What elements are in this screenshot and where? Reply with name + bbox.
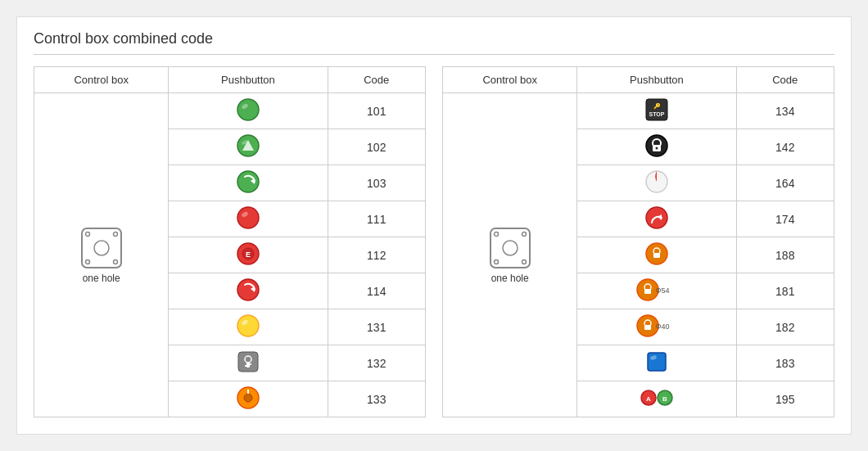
code-cell: 142 (736, 129, 834, 165)
button-icon: Φ40 (636, 314, 677, 337)
code-cell: 132 (328, 345, 426, 381)
svg-rect-30 (491, 228, 530, 268)
svg-rect-58 (648, 353, 666, 371)
code-cell: 134 (736, 93, 834, 129)
button-icon (237, 206, 260, 229)
code-cell: 182 (736, 309, 834, 345)
svg-point-28 (244, 394, 252, 402)
pushbutton-cell (169, 165, 328, 201)
code-cell: 102 (328, 129, 426, 165)
button-icon (237, 170, 260, 193)
svg-point-42 (655, 147, 658, 150)
control-box-cell: one hole (443, 93, 577, 417)
button-icon (645, 206, 668, 229)
left-table-section: Control box Pushbutton Code one hole 101 (34, 66, 426, 417)
pushbutton-cell (169, 129, 328, 165)
svg-rect-56 (644, 325, 651, 330)
pushbutton-cell (169, 345, 328, 381)
svg-text:B: B (662, 395, 667, 403)
svg-point-32 (494, 232, 498, 236)
button-icon: E (237, 242, 260, 265)
svg-text:Φ54: Φ54 (655, 286, 669, 295)
control-box-label: one hole (491, 273, 529, 284)
button-icon (237, 134, 260, 157)
right-table-section: Control box Pushbutton Code one hole 🔑 S… (442, 66, 834, 417)
button-icon (237, 350, 260, 373)
pushbutton-cell (577, 237, 736, 273)
code-cell: 103 (328, 165, 426, 201)
control-box-cell: one hole (34, 93, 169, 417)
button-icon (645, 170, 668, 193)
svg-point-6 (237, 99, 259, 120)
svg-text:E: E (246, 250, 251, 259)
svg-point-31 (503, 241, 518, 255)
svg-text:STOP: STOP (649, 111, 664, 117)
right-header-controlbox: Control box (443, 67, 577, 93)
pushbutton-cell (169, 93, 328, 129)
code-cell: 188 (736, 237, 834, 273)
table-row: one hole 101 (34, 93, 426, 129)
svg-text:Φ40: Φ40 (655, 322, 669, 331)
svg-point-4 (85, 259, 89, 264)
page-container: Control box combined code Control box Pu… (16, 16, 852, 435)
button-icon (645, 350, 668, 373)
svg-point-1 (94, 241, 109, 255)
pushbutton-cell (169, 273, 328, 309)
svg-rect-26 (249, 363, 251, 365)
svg-point-35 (522, 259, 526, 264)
control-box-label: one hole (83, 273, 120, 284)
svg-point-33 (522, 232, 526, 236)
tables-wrapper: Control box Pushbutton Code one hole 101 (34, 66, 834, 417)
code-cell: 131 (328, 309, 426, 345)
svg-rect-52 (644, 289, 651, 294)
svg-point-34 (494, 259, 498, 264)
left-header-controlbox: Control box (34, 67, 169, 93)
button-icon (645, 134, 668, 157)
button-icon: A B (640, 386, 673, 409)
pushbutton-cell (577, 129, 736, 165)
pushbutton-cell (577, 201, 736, 237)
left-header-code: Code (328, 67, 426, 93)
code-cell: 114 (328, 273, 426, 309)
right-header-pushbutton: Pushbutton (577, 67, 736, 93)
pushbutton-cell (169, 201, 328, 237)
svg-point-3 (113, 232, 117, 236)
pushbutton-cell (577, 345, 736, 381)
code-cell: 111 (328, 201, 426, 237)
code-cell: 164 (736, 165, 834, 201)
left-header-pushbutton: Pushbutton (169, 67, 328, 93)
code-cell: 181 (736, 273, 834, 309)
svg-rect-25 (245, 365, 247, 367)
code-cell: 133 (328, 381, 426, 417)
pushbutton-cell (577, 165, 736, 201)
svg-point-11 (237, 171, 259, 192)
control-box-inner: one hole (446, 227, 573, 284)
svg-point-18 (237, 279, 259, 300)
svg-text:A: A (646, 395, 651, 403)
button-icon (237, 314, 260, 337)
pushbutton-cell (169, 309, 328, 345)
button-icon: 🔑 STOP (645, 98, 668, 121)
code-cell: 183 (736, 345, 834, 381)
button-icon (237, 98, 260, 121)
right-table: Control box Pushbutton Code one hole 🔑 S… (442, 66, 834, 417)
code-cell: 195 (736, 381, 834, 417)
pushbutton-cell: A B (577, 381, 736, 417)
button-icon (237, 386, 260, 409)
svg-point-13 (237, 207, 259, 228)
code-cell: 174 (736, 201, 834, 237)
svg-rect-0 (82, 228, 121, 268)
table-row: one hole 🔑 STOP 134 (443, 93, 834, 129)
code-cell: 112 (328, 237, 426, 273)
left-table: Control box Pushbutton Code one hole 101 (34, 66, 426, 417)
svg-point-2 (85, 232, 89, 236)
pushbutton-cell: 🔑 STOP (577, 93, 736, 129)
control-box-inner: one hole (38, 227, 165, 284)
svg-rect-36 (646, 99, 667, 120)
svg-point-5 (113, 259, 117, 264)
svg-text:🔑: 🔑 (653, 102, 660, 110)
pushbutton-cell: E (169, 237, 328, 273)
code-cell: 101 (328, 93, 426, 129)
svg-rect-49 (653, 253, 660, 258)
pushbutton-cell (169, 381, 328, 417)
